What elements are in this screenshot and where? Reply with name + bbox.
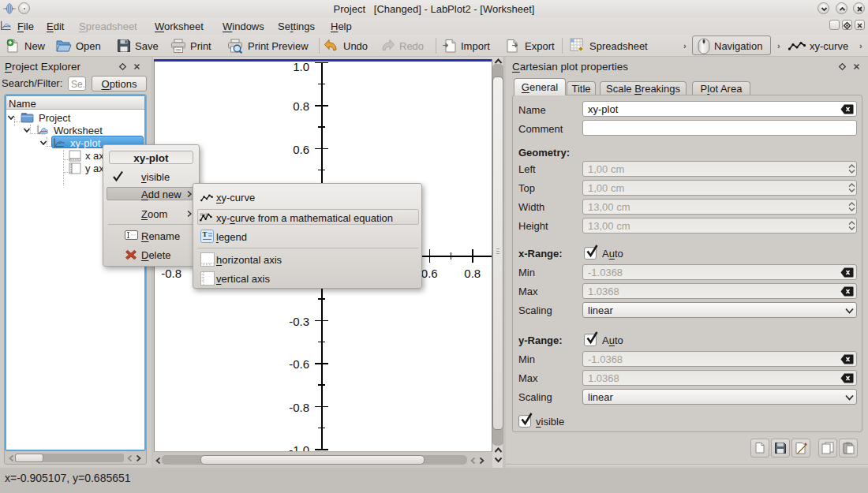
svg-text:T: T: [203, 230, 208, 238]
